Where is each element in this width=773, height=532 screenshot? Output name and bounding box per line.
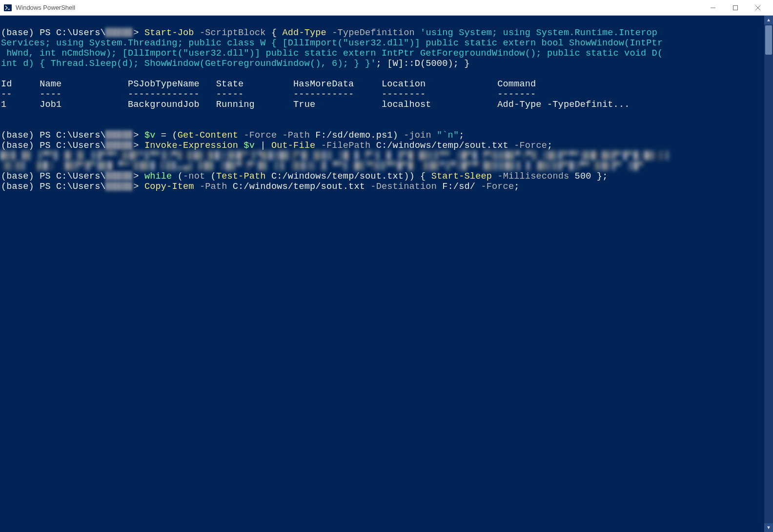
blank-3 [1,120,6,130]
terminal-output[interactable]: (base) PS C:\Users\█████> Start-Job -Scr… [0,16,764,532]
table-divider: -- ---- ------------- ----- ----------- … [1,89,536,100]
line-2: Services; using System.Threading; public… [1,38,663,48]
close-button[interactable] [747,0,769,15]
line-3: hWnd, int nCmdShow); [DllImport("user32.… [1,48,663,59]
powershell-icon [4,4,12,12]
blank-1 [1,69,6,79]
table-row: 1 Job1 BackgroundJob Running True localh… [1,100,630,110]
line-1: (base) PS C:\Users\█████> Start-Job -Scr… [1,28,657,38]
maximize-button[interactable] [724,0,747,15]
window-controls [702,0,769,15]
window-titlebar: Windows PowerShell [0,0,773,16]
line-5: (base) PS C:\Users\█████> $v = (Get-Cont… [1,130,465,141]
svg-rect-0 [4,4,12,11]
scroll-up-arrow-icon[interactable]: ▲ [764,16,773,24]
line-8: (base) PS C:\Users\█████> Copy-Item -Pat… [1,182,520,192]
obfuscated-line-2: ▐█▐█ ██▐ ▐██▀█▀▐██ ▀▀▐██▐ ▌█▌▄▄▌▐██ ▐██▀… [1,161,651,171]
minimize-button[interactable] [702,0,724,15]
terminal-area[interactable]: (base) PS C:\Users\█████> Start-Job -Scr… [0,16,773,532]
scroll-thumb[interactable] [765,25,772,55]
window-title: Windows PowerShell [16,4,75,11]
obfuscated-line-1: ██▌▐█ ▐▀▀▌▐█ █ ▐▐▀▀▀▐██▀▐▀▀▐▐▀█▐██▌██▐▐█… [1,151,669,161]
line-7: (base) PS C:\Users\█████> while (-not (T… [1,171,608,182]
svg-rect-3 [733,5,738,10]
line-4: int d) { Thread.Sleep(d); ShowWindow(Get… [1,59,470,69]
scroll-down-arrow-icon[interactable]: ▼ [764,523,773,532]
line-6: (base) PS C:\Users\█████> Invoke-Express… [1,141,552,151]
blank-2 [1,110,6,120]
table-header: Id Name PSJobTypeName State HasMoreData … [1,79,536,89]
vertical-scrollbar[interactable]: ▲ ▼ [764,16,773,532]
